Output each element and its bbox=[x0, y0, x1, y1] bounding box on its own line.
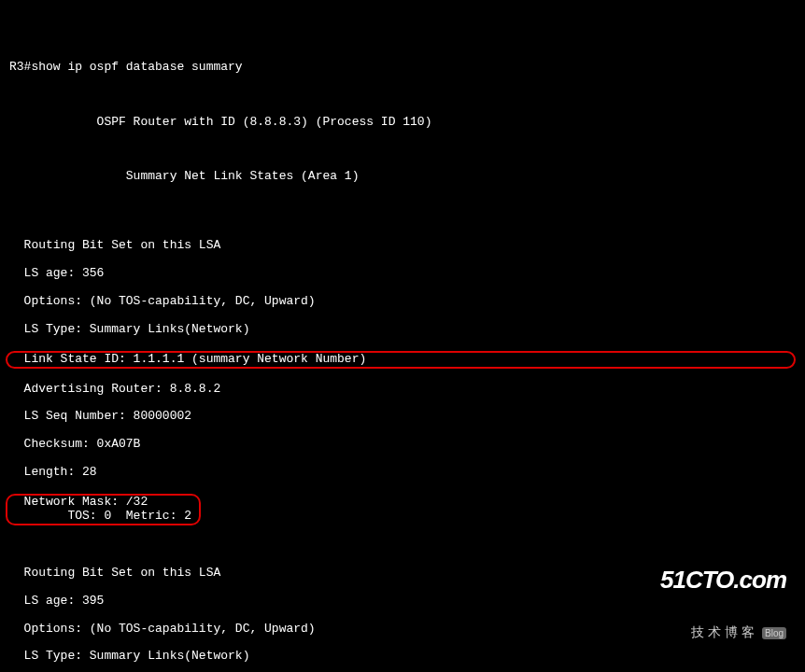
lsa-age: LS age: 356 bbox=[9, 267, 796, 281]
lsa-link-state-id: Link State ID: 1.1.1.1 (summary Network … bbox=[6, 351, 796, 369]
lsa-seq: LS Seq Number: 80000002 bbox=[9, 410, 796, 424]
ospf-subheader: Summary Net Link States (Area 1) bbox=[9, 170, 796, 184]
watermark: 51CTO.com 技术博客Blog bbox=[660, 539, 786, 653]
lsa-type: LS Type: Summary Links(Network) bbox=[9, 323, 796, 337]
lsa-adv-router: Advertising Router: 8.8.8.2 bbox=[9, 383, 796, 397]
lsa-length: Length: 28 bbox=[9, 466, 796, 480]
cli-command: R3#show ip ospf database summary bbox=[9, 61, 796, 75]
lsa-routing-bit: Routing Bit Set on this LSA bbox=[9, 239, 796, 253]
lsa-mask-metric: Network Mask: /32 TOS: 0 Metric: 2 bbox=[6, 494, 201, 525]
ospf-header: OSPF Router with ID (8.8.8.3) (Process I… bbox=[9, 116, 796, 130]
lsa-checksum: Checksum: 0xA07B bbox=[9, 438, 796, 452]
lsa-options: Options: (No TOS-capability, DC, Upward) bbox=[9, 295, 796, 309]
